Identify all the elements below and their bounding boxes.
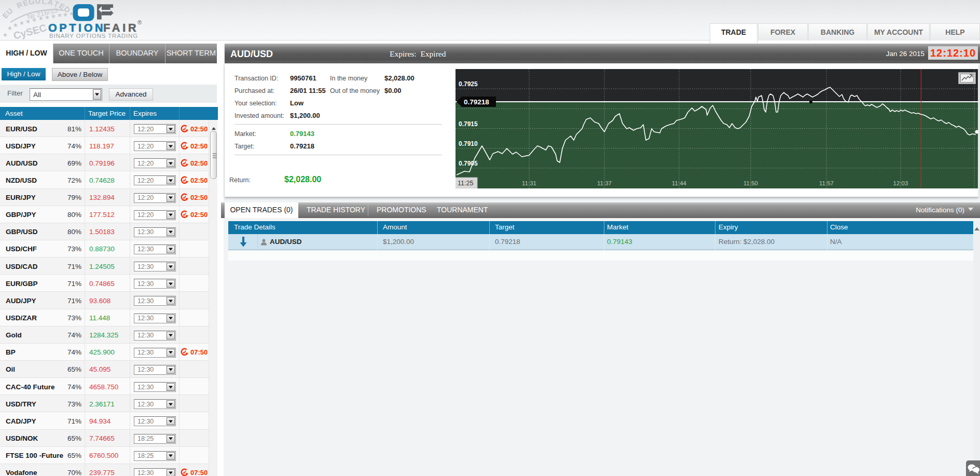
svg-text:0.7905: 0.7905 [459,160,478,167]
svg-text:★: ★ [32,17,37,23]
svg-text:11:57: 11:57 [819,180,834,186]
svg-text:★: ★ [51,13,56,19]
svg-text:11:44: 11:44 [672,180,687,186]
svg-text:★: ★ [19,20,24,26]
svg-text:0.7925: 0.7925 [459,80,478,88]
svg-text:11:31: 11:31 [522,180,536,186]
svg-text:U: U [35,0,40,5]
svg-text:0.7915: 0.7915 [459,120,478,128]
svg-text:★: ★ [3,32,8,38]
svg-text:BINARY OPTIONS TRADING: BINARY OPTIONS TRADING [49,33,139,39]
svg-text:G: G [28,0,35,6]
svg-text:0.79218: 0.79218 [464,98,489,106]
svg-text:★: ★ [63,11,68,18]
svg-text:12:03: 12:03 [893,180,908,186]
svg-text:★: ★ [45,14,50,20]
svg-text:★: ★ [38,15,44,21]
svg-text:★: ★ [13,22,18,28]
svg-text:11:25: 11:25 [458,180,473,187]
svg-text:★: ★ [57,12,62,18]
svg-text:L: L [42,0,47,6]
svg-text:★: ★ [25,18,31,24]
svg-text:®: ® [137,19,142,25]
svg-text:0.7910: 0.7910 [459,140,478,147]
svg-text:11:37: 11:37 [597,180,612,186]
svg-text:11:50: 11:50 [743,180,758,186]
